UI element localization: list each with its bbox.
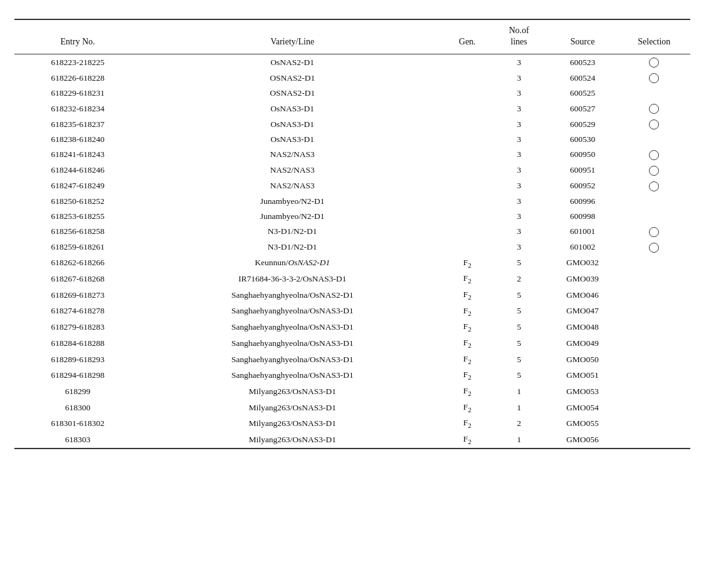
selection-circle[interactable] (649, 119, 659, 129)
cell-gen (444, 178, 491, 194)
selection-circle[interactable] (649, 181, 659, 191)
cell-gen (444, 163, 491, 178)
cell-source: GMO047 (547, 303, 618, 320)
table-row: 618259-618261N3-D1/N2-D13601002 (14, 240, 690, 255)
cell-entry: 618284-618288 (14, 335, 141, 352)
cell-selection (618, 287, 690, 303)
table-row: 618253-618255Junambyeo/N2-D13600998 (14, 209, 690, 224)
cell-entry: 618253-618255 (14, 209, 141, 224)
cell-gen: F2 (444, 335, 491, 352)
cell-lines: 3 (491, 70, 547, 86)
header-gen: Gen. (444, 19, 491, 54)
cell-selection (618, 178, 690, 194)
header-source: Source (547, 19, 618, 54)
cell-source: 600996 (547, 194, 618, 209)
table-row: 618247-618249NAS2/NAS33600952 (14, 178, 690, 194)
cell-selection (618, 54, 690, 70)
cell-lines: 3 (491, 178, 547, 194)
table-row: 618294-618298Sanghaehyanghyeolna/OsNAS3-… (14, 367, 690, 383)
cell-entry: 618238-618240 (14, 132, 141, 147)
cell-lines: 5 (491, 335, 547, 352)
cell-gen: F2 (444, 287, 491, 303)
cell-selection (618, 209, 690, 224)
cell-gen (444, 240, 491, 255)
header-lines: No.oflines (491, 19, 547, 54)
table-row: 618274-618278Sanghaehyanghyeolna/OsNAS3-… (14, 303, 690, 320)
cell-entry: 618267-618268 (14, 271, 141, 287)
cell-selection (618, 224, 690, 240)
cell-gen (444, 101, 491, 116)
cell-gen (444, 224, 491, 240)
cell-selection (618, 147, 690, 163)
cell-selection (618, 383, 690, 400)
cell-entry: 618241-618243 (14, 147, 141, 163)
cell-source: 600530 (547, 132, 618, 147)
cell-selection (618, 132, 690, 147)
cell-lines: 1 (491, 400, 547, 416)
table-header-row: Entry No. Variety/Line Gen. No.oflines S… (14, 19, 690, 54)
selection-circle[interactable] (649, 243, 659, 253)
table-row: 618303Milyang263/OsNAS3-D1F21GMO056 (14, 432, 690, 449)
cell-source: 600951 (547, 163, 618, 178)
cell-lines: 3 (491, 101, 547, 116)
table-row: 618256-618258N3-D1/N2-D13601001 (14, 224, 690, 240)
cell-lines: 3 (491, 54, 547, 70)
cell-lines: 3 (491, 132, 547, 147)
cell-entry: 618289-618293 (14, 352, 141, 368)
cell-gen: F2 (444, 383, 491, 400)
cell-selection (618, 194, 690, 209)
cell-variety: OsNAS2-D1 (141, 54, 444, 70)
cell-variety: OSNAS2-D1 (141, 86, 444, 101)
cell-selection (618, 400, 690, 416)
table-row: 618241-618243NAS2/NAS33600950 (14, 147, 690, 163)
cell-gen (444, 147, 491, 163)
cell-variety: Sanghaehyanghyeolna/OsNAS3-D1 (141, 319, 444, 335)
cell-selection (618, 271, 690, 287)
cell-gen: F2 (444, 255, 491, 271)
cell-lines: 5 (491, 319, 547, 335)
cell-selection (618, 415, 690, 432)
cell-source: GMO046 (547, 287, 618, 303)
table-row: 618299Milyang263/OsNAS3-D1F21GMO053 (14, 383, 690, 400)
selection-circle[interactable] (649, 150, 659, 160)
cell-lines: 3 (491, 163, 547, 178)
cell-gen (444, 194, 491, 209)
cell-gen: F2 (444, 271, 491, 287)
selection-circle[interactable] (649, 166, 659, 176)
selection-circle[interactable] (649, 58, 659, 68)
cell-selection (618, 163, 690, 178)
cell-variety: N3-D1/N2-D1 (141, 224, 444, 240)
cell-entry: 618274-618278 (14, 303, 141, 320)
table-row: 618244-618246NAS2/NAS33600951 (14, 163, 690, 178)
cell-source: GMO056 (547, 432, 618, 449)
cell-lines: 2 (491, 271, 547, 287)
header-selection: Selection (618, 19, 690, 54)
cell-lines: 5 (491, 287, 547, 303)
cell-selection (618, 101, 690, 116)
cell-variety: Sanghaehyanghyeolna/OsNAS3-D1 (141, 352, 444, 368)
cell-variety: NAS2/NAS3 (141, 163, 444, 178)
selection-circle[interactable] (649, 104, 659, 114)
cell-source: GMO050 (547, 352, 618, 368)
data-table: Entry No. Variety/Line Gen. No.oflines S… (14, 19, 690, 449)
cell-variety: Milyang263/OsNAS3-D1 (141, 432, 444, 449)
cell-entry: 618235-618237 (14, 116, 141, 132)
cell-gen (444, 86, 491, 101)
cell-lines: 3 (491, 116, 547, 132)
selection-circle[interactable] (649, 227, 659, 237)
cell-source: GMO049 (547, 335, 618, 352)
cell-lines: 3 (491, 147, 547, 163)
cell-entry: 618300 (14, 400, 141, 416)
table-row: 618279-618283Sanghaehyanghyeolna/OsNAS3-… (14, 319, 690, 335)
cell-selection (618, 335, 690, 352)
cell-selection (618, 240, 690, 255)
cell-lines: 5 (491, 352, 547, 368)
cell-variety: Milyang263/OsNAS3-D1 (141, 383, 444, 400)
header-variety: Variety/Line (141, 19, 444, 54)
cell-gen (444, 209, 491, 224)
cell-gen: F2 (444, 319, 491, 335)
cell-selection (618, 432, 690, 449)
cell-variety: OsNAS3-D1 (141, 132, 444, 147)
cell-selection (618, 352, 690, 368)
selection-circle[interactable] (649, 73, 659, 83)
